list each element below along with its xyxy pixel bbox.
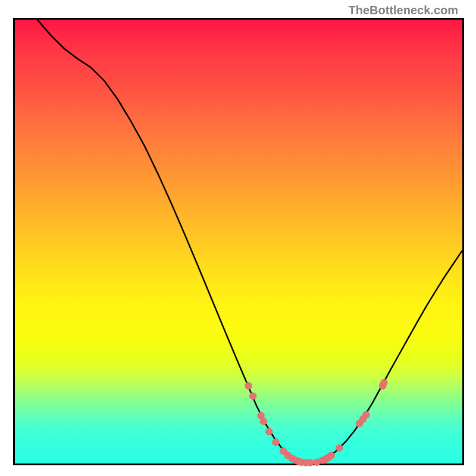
data-points-group bbox=[245, 379, 388, 466]
watermark-text: TheBottleneck.com bbox=[349, 4, 458, 17]
data-point bbox=[328, 452, 335, 459]
data-point bbox=[362, 411, 369, 418]
data-point bbox=[306, 459, 314, 466]
data-point bbox=[245, 382, 252, 389]
data-point bbox=[265, 428, 273, 435]
data-point bbox=[260, 418, 267, 425]
data-point bbox=[336, 444, 343, 452]
data-point bbox=[380, 379, 387, 386]
data-point bbox=[249, 393, 256, 400]
chart-svg bbox=[15, 20, 462, 464]
chart-area bbox=[13, 18, 464, 465]
data-point bbox=[272, 439, 279, 446]
